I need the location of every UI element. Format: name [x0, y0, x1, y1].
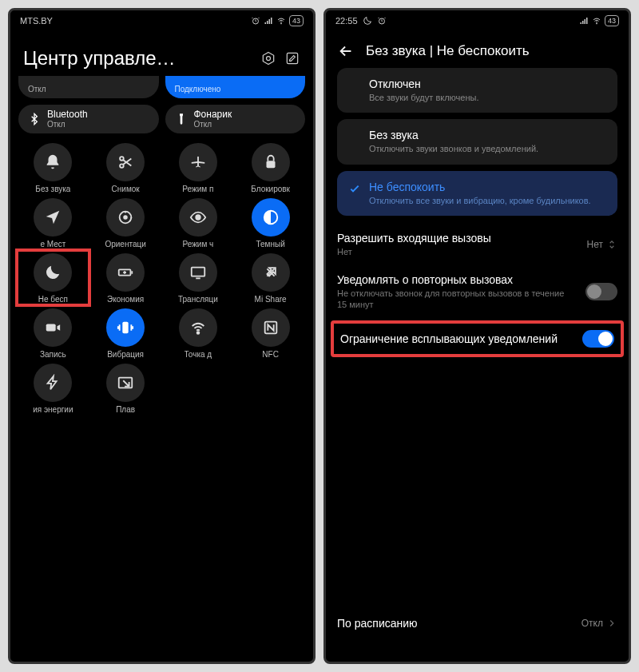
- svg-rect-14: [122, 322, 128, 334]
- tile-flashlight[interactable]: Фонарик Откл: [165, 105, 306, 133]
- option-silent[interactable]: Без звука Отключить звуки звонков и увед…: [337, 119, 617, 164]
- wifi-icon: [592, 16, 601, 26]
- flashlight-icon: [175, 113, 188, 125]
- tile-bluetooth[interactable]: Bluetooth Откл: [18, 105, 159, 133]
- alarm-icon: [251, 16, 260, 26]
- toggle-label: NFC: [262, 350, 279, 359]
- moon-status-icon: [363, 16, 372, 26]
- toggle-label: Трансляци: [178, 295, 218, 304]
- battery-level: 43: [289, 15, 304, 26]
- toggle-label: Ориентаци: [105, 240, 145, 249]
- toggle-label: Без звука: [35, 185, 70, 193]
- toggle-airplane[interactable]: Режим п: [164, 143, 233, 193]
- alarm-icon: [377, 16, 387, 26]
- svg-point-9: [196, 215, 200, 220]
- cast-icon: [179, 253, 217, 292]
- signal-icon: [579, 16, 589, 26]
- phone-control-center: MTS.BY 43 Центр управле… Откл Подключено: [8, 8, 316, 664]
- toggle-label: Снимок: [112, 185, 140, 193]
- eye-icon: [179, 198, 217, 237]
- toggle-cast[interactable]: Трансляци: [164, 253, 233, 304]
- back-icon[interactable]: [337, 42, 355, 60]
- toggle-nfc[interactable]: NFC: [236, 308, 305, 359]
- chevron-right-icon: [606, 618, 617, 629]
- carrier-label: MTS.BY: [20, 16, 53, 26]
- clock: 22:55: [335, 16, 358, 26]
- svg-rect-13: [46, 324, 56, 331]
- toggle-label: Темный: [256, 240, 284, 249]
- toggle-hotspot[interactable]: Точка д: [164, 308, 233, 359]
- record-icon: [34, 308, 72, 347]
- switch-popup-limit[interactable]: [582, 330, 614, 348]
- page-header: Без звука | Не беспокоить: [326, 31, 629, 68]
- pip-icon: [106, 364, 145, 402]
- darkmode-icon: [252, 198, 290, 237]
- toggle-label: Не бесп: [38, 295, 68, 304]
- svg-rect-6: [266, 161, 275, 168]
- toggle-lock[interactable]: Блокировк: [236, 143, 305, 193]
- toggle-darkmode[interactable]: Темный: [236, 198, 305, 249]
- toggle-label: Режим ч: [182, 240, 213, 249]
- battery-level: 43: [605, 15, 619, 26]
- airplane-icon: [179, 143, 217, 181]
- toggle-pip[interactable]: Плав: [91, 364, 161, 414]
- edit-icon[interactable]: [284, 50, 300, 66]
- toggle-battery-save[interactable]: Экономия: [91, 253, 161, 304]
- check-icon: [348, 182, 361, 195]
- svg-rect-3: [287, 53, 297, 63]
- toggle-bell[interactable]: Без звука: [18, 143, 88, 193]
- toggle-rotation[interactable]: Ориентаци: [91, 198, 161, 249]
- status-bar: 22:55 43: [326, 10, 629, 31]
- page-title: Центр управле…: [23, 47, 254, 70]
- phone-dnd-settings: 22:55 43 Без звука | Не беспокоить Отклю…: [323, 8, 631, 664]
- chevron-updown-icon: [606, 239, 617, 250]
- toggle-label: Блокировк: [251, 185, 290, 193]
- option-off[interactable]: Отключен Все звуки будут включены.: [337, 68, 617, 113]
- switch-repeat-calls[interactable]: [585, 283, 617, 300]
- toggle-bolt[interactable]: ия энергии: [18, 364, 88, 414]
- wifi-icon: [276, 16, 286, 26]
- tile-partial-right[interactable]: Подключено: [165, 76, 306, 98]
- settings-icon[interactable]: [260, 50, 276, 66]
- signal-icon: [264, 16, 273, 26]
- svg-point-19: [596, 23, 597, 24]
- dnd-settings-list: Разрешить входящие вызовы Нет Нет Уведом…: [326, 224, 629, 662]
- moon-icon: [34, 253, 72, 292]
- toggle-location[interactable]: е Мест: [18, 198, 88, 249]
- toggle-scissors[interactable]: Снимок: [91, 143, 161, 193]
- toggle-label: Плав: [116, 405, 135, 414]
- toggle-record[interactable]: Запись: [18, 308, 88, 359]
- dnd-mode-options: Отключен Все звуки будут включены. Без з…: [326, 68, 629, 224]
- toggle-eye[interactable]: Режим ч: [164, 198, 233, 249]
- rotation-icon: [106, 198, 145, 237]
- control-center-header: Центр управле…: [10, 31, 313, 76]
- toggle-label: Mi Share: [255, 295, 287, 304]
- tile-partial-left[interactable]: Откл: [18, 76, 159, 98]
- svg-rect-12: [192, 268, 205, 276]
- toggle-grid: Без звукаСнимокРежим пБлокировке МестОри…: [18, 143, 305, 414]
- toggle-share[interactable]: Mi Share: [236, 253, 305, 304]
- svg-point-1: [280, 23, 281, 24]
- setting-popup-limit[interactable]: Ограничение всплывающих уведомлений: [331, 320, 624, 357]
- svg-point-5: [120, 164, 124, 168]
- setting-schedule[interactable]: По расписанию Откл: [337, 617, 617, 654]
- toggle-label: Точка д: [185, 350, 212, 359]
- location-icon: [34, 198, 72, 237]
- bluetooth-icon: [28, 113, 41, 125]
- share-icon: [252, 253, 290, 292]
- bolt-icon: [34, 364, 72, 402]
- bell-icon: [34, 143, 72, 181]
- option-dnd[interactable]: Не беспокоить Отключить все звуки и вибр…: [337, 171, 617, 216]
- setting-repeat-calls[interactable]: Уведомлять о повторных вызовах Не отключ…: [337, 273, 617, 311]
- toggle-moon[interactable]: Не бесп: [18, 253, 88, 304]
- toggle-label: е Мест: [40, 240, 65, 249]
- toggle-label: ия энергии: [33, 405, 73, 414]
- control-center-body: Откл Подключено Bluetooth Откл Фонарик О…: [10, 76, 313, 662]
- toggle-label: Экономия: [107, 295, 144, 304]
- setting-incoming-calls[interactable]: Разрешить входящие вызовы Нет Нет: [337, 232, 617, 257]
- toggle-vibrate[interactable]: Вибрация: [91, 308, 161, 359]
- page-title: Без звука | Не беспокоить: [366, 43, 530, 59]
- svg-point-15: [197, 332, 200, 334]
- svg-point-4: [120, 157, 124, 161]
- toggle-label: Режим п: [182, 185, 213, 193]
